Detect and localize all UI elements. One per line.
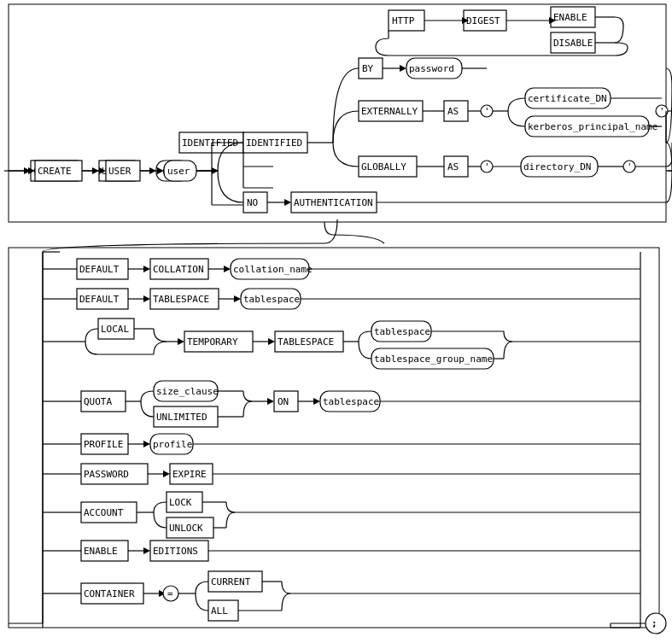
svg-text:DIGEST: DIGEST	[466, 15, 500, 26]
svg-text:CONTAINER: CONTAINER	[84, 588, 135, 599]
svg-text:CREATE: CREATE	[38, 166, 72, 177]
svg-text:EXPIRE: EXPIRE	[172, 469, 207, 480]
svg-text:DEFAULT: DEFAULT	[79, 264, 120, 275]
svg-text:certificate_DN: certificate_DN	[528, 93, 607, 104]
svg-text:AS: AS	[447, 106, 459, 117]
svg-text:IDENTIFIED: IDENTIFIED	[246, 137, 302, 149]
svg-text:directory_DN: directory_DN	[523, 161, 591, 172]
svg-text:BY: BY	[362, 63, 374, 74]
svg-text:tablespace: tablespace	[243, 294, 300, 305]
svg-text:ENABLE: ENABLE	[84, 546, 118, 557]
svg-text:ON: ON	[278, 396, 289, 407]
svg-text:kerberos_principal_name: kerberos_principal_name	[528, 121, 657, 132]
svg-text:LOCK: LOCK	[169, 497, 192, 508]
svg-text:size_clause: size_clause	[156, 386, 219, 397]
svg-text:profile: profile	[153, 439, 192, 450]
svg-text:GLOBALLY: GLOBALLY	[361, 161, 406, 172]
svg-text:': '	[484, 106, 490, 117]
svg-text:TABLESPACE: TABLESPACE	[278, 336, 334, 348]
svg-text:UNLIMITED: UNLIMITED	[156, 412, 207, 423]
svg-text:PROFILE: PROFILE	[84, 439, 123, 450]
svg-text:NO: NO	[247, 197, 258, 208]
svg-text:password: password	[409, 63, 454, 74]
svg-text:EXTERNALLY: EXTERNALLY	[361, 106, 418, 117]
svg-text:tablespace: tablespace	[374, 326, 430, 337]
svg-text:UNLOCK: UNLOCK	[169, 523, 203, 534]
svg-text:TABLESPACE: TABLESPACE	[153, 294, 209, 305]
svg-text:tablespace: tablespace	[323, 396, 379, 407]
svg-text:COLLATION: COLLATION	[153, 264, 204, 275]
svg-text:EDITIONS: EDITIONS	[153, 546, 198, 557]
svg-text:USER: USER	[108, 166, 131, 177]
svg-text:=: =	[167, 588, 173, 599]
svg-text:ALL: ALL	[211, 605, 228, 617]
svg-text:': '	[484, 161, 490, 172]
svg-text:HTTP: HTTP	[392, 15, 415, 26]
svg-text:PASSWORD: PASSWORD	[84, 469, 129, 480]
svg-text:;: ;	[652, 618, 657, 629]
svg-text:LOCAL: LOCAL	[101, 324, 129, 335]
svg-text:ACCOUNT: ACCOUNT	[84, 507, 124, 518]
svg-text:AS: AS	[447, 161, 459, 172]
svg-text:AUTHENTICATION: AUTHENTICATION	[294, 197, 373, 208]
svg-text:tablespace_group_name: tablespace_group_name	[374, 354, 493, 365]
svg-text:DISABLE: DISABLE	[553, 38, 593, 49]
svg-text:CURRENT: CURRENT	[211, 576, 251, 587]
svg-text:QUOTA: QUOTA	[84, 396, 112, 407]
svg-text:user: user	[167, 166, 190, 177]
svg-text:': '	[659, 106, 665, 117]
svg-text:': '	[627, 161, 633, 172]
svg-text:collation_name: collation_name	[233, 264, 313, 275]
svg-text:TEMPORARY: TEMPORARY	[187, 336, 238, 348]
svg-text:DEFAULT: DEFAULT	[79, 294, 120, 305]
svg-text:ENABLE: ENABLE	[553, 12, 587, 23]
